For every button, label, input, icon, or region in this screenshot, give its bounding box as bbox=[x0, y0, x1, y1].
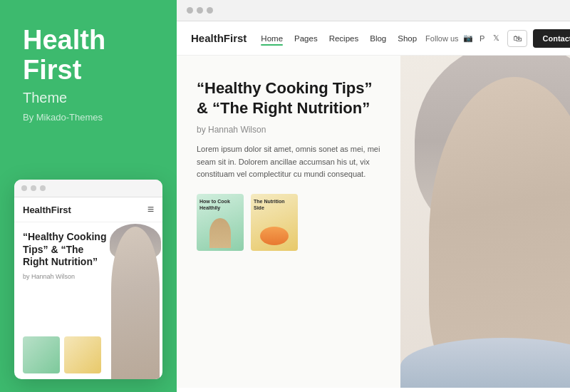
hero-image-column: ♥ 🛒 bbox=[400, 56, 570, 388]
nav-link-blog[interactable]: Blog bbox=[370, 34, 386, 43]
mini-browser-bar bbox=[14, 180, 162, 197]
nav-links: Home Pages Recipes Blog Shop bbox=[261, 34, 417, 43]
book-label-1: How to Cook Healthily bbox=[200, 198, 241, 211]
browser-chrome bbox=[177, 0, 570, 21]
article-title: “Healthy Cooking Tips” & “The Right Nutr… bbox=[197, 78, 380, 118]
book-thumb-2: The Nutrition Side bbox=[251, 194, 298, 251]
sidebar: Health First Theme By Mikado-Themes Heal… bbox=[0, 0, 177, 392]
nav-follow: Follow us 📷 P 𝕏 bbox=[425, 33, 501, 43]
book-thumb-1: How to Cook Healthily bbox=[197, 194, 244, 251]
instagram-icon[interactable]: 📷 bbox=[463, 33, 473, 43]
mini-face-decoration bbox=[111, 227, 160, 379]
book-bowl-decoration bbox=[260, 227, 289, 245]
mini-dot-3 bbox=[40, 185, 46, 191]
chrome-dot-2 bbox=[197, 7, 203, 14]
follow-label: Follow us bbox=[425, 34, 458, 43]
mini-dot-2 bbox=[31, 185, 36, 191]
sidebar-title: Health First bbox=[23, 26, 154, 86]
content-column: “Healthy Cooking Tips” & “The Right Nutr… bbox=[177, 56, 400, 388]
twitter-icon[interactable]: 𝕏 bbox=[492, 33, 502, 43]
mini-browser-mockup: HealthFirst ≡ “Healthy Cooking Tips” & “… bbox=[14, 180, 162, 379]
mini-thumbnails bbox=[23, 336, 101, 373]
book-figure-1 bbox=[209, 218, 231, 248]
site-logo: HealthFirst bbox=[191, 32, 247, 44]
cart-symbol: 🛍 bbox=[513, 33, 522, 43]
browser-wrapper: HealthFirst Home Pages Recipes Blog Shop… bbox=[177, 0, 570, 392]
mini-hamburger-icon: ≡ bbox=[147, 203, 154, 216]
book-label-2: The Nutrition Side bbox=[254, 198, 295, 211]
cart-icon[interactable]: 🛍 bbox=[507, 30, 527, 47]
mini-dot-1 bbox=[21, 185, 27, 191]
mini-logo: HealthFirst bbox=[23, 205, 71, 215]
mini-thumb-2 bbox=[64, 336, 101, 373]
article-excerpt: Lorem ipsum dolor sit amet, omnis sonet … bbox=[197, 143, 380, 181]
mini-nav: HealthFirst ≡ bbox=[14, 197, 162, 222]
contact-button[interactable]: Contact us bbox=[533, 29, 570, 48]
chrome-dot-1 bbox=[187, 7, 193, 14]
chrome-dot-3 bbox=[207, 7, 213, 14]
nav-link-shop[interactable]: Shop bbox=[398, 34, 417, 43]
nav-link-recipes[interactable]: Recipes bbox=[329, 34, 359, 43]
pinterest-icon[interactable]: P bbox=[477, 33, 487, 43]
mini-content: “Healthy Cooking Tips” & “The Right Nutr… bbox=[14, 222, 162, 379]
site-nav: HealthFirst Home Pages Recipes Blog Shop… bbox=[177, 21, 570, 56]
mini-thumb-1 bbox=[23, 336, 60, 373]
sidebar-subtitle: Theme bbox=[23, 90, 154, 106]
article-byline: by Hannah Wilson bbox=[197, 125, 380, 135]
nav-link-home[interactable]: Home bbox=[261, 34, 283, 43]
sidebar-by: By Mikado-Themes bbox=[23, 112, 154, 123]
site-content: “Healthy Cooking Tips” & “The Right Nutr… bbox=[177, 56, 570, 388]
mini-headline: “Healthy Cooking Tips” & “The Right Nutr… bbox=[23, 231, 108, 269]
nav-link-pages[interactable]: Pages bbox=[294, 34, 318, 43]
book-thumbnails: How to Cook Healthily The Nutrition Side bbox=[197, 194, 380, 251]
